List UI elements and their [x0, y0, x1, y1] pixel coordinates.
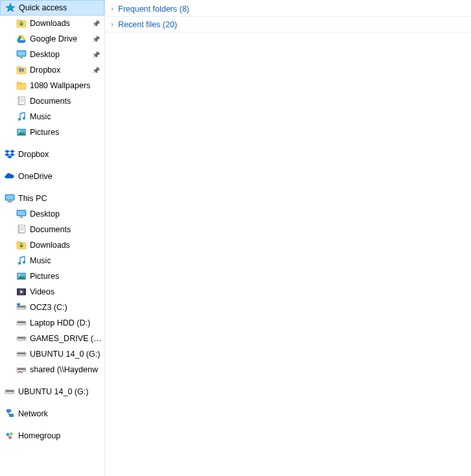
content-pane: › Frequent folders (8) › Recent files (2…: [105, 0, 471, 476]
svg-marker-31: [5, 150, 10, 153]
svg-rect-3: [17, 20, 21, 22]
nav-label: OCZ3 (C:): [30, 303, 102, 312]
nav-pc-item[interactable]: GAMES_DRIVE (E:): [0, 331, 104, 346]
nav-pc-item[interactable]: Pictures: [0, 268, 104, 284]
svg-rect-80: [6, 409, 11, 412]
chevron-right-icon: ›: [108, 21, 117, 28]
nav-pc-item[interactable]: Music: [0, 253, 104, 268]
svg-rect-37: [6, 195, 14, 200]
nav-ubuntu-drive[interactable]: UBUNTU 14_0 (G:): [0, 384, 104, 399]
disk-icon: [16, 333, 27, 344]
disk-icon: [16, 317, 27, 329]
nav-pc-item[interactable]: Downloads: [0, 237, 104, 253]
svg-rect-66: [18, 322, 25, 323]
svg-rect-21: [19, 97, 25, 104]
homegroup-icon: [4, 430, 16, 442]
netdrive-icon: [16, 364, 27, 375]
pictures-icon: [16, 126, 27, 138]
nav-qa-item[interactable]: Desktop📌: [0, 47, 104, 62]
svg-point-73: [24, 355, 25, 355]
svg-point-83: [10, 433, 12, 435]
nav-label: Laptop HDD (D:): [30, 318, 102, 327]
gdrive-icon: [16, 33, 27, 45]
nav-qa-item[interactable]: Google Drive📌: [0, 31, 104, 47]
nav-label: OneDrive: [18, 172, 102, 181]
svg-rect-69: [18, 337, 25, 339]
nav-label: Desktop: [30, 209, 102, 219]
nav-onedrive[interactable]: OneDrive: [0, 169, 104, 184]
nav-qa-item[interactable]: Documents: [0, 93, 104, 109]
nav-qa-item[interactable]: Downloads📌: [0, 16, 104, 31]
nav-pc-item[interactable]: Desktop: [0, 206, 104, 222]
onedrive-icon: [4, 171, 16, 182]
group-label: Frequent folders (8): [118, 5, 189, 14]
documents-icon: [16, 224, 27, 235]
disk-icon: [4, 386, 16, 398]
nav-label: Documents: [30, 97, 102, 106]
dropbox-icon: [4, 149, 16, 160]
nav-qa-item[interactable]: Music: [0, 109, 104, 125]
nav-pc-item[interactable]: Documents: [0, 222, 104, 237]
nav-label: This PC: [18, 194, 102, 203]
nav-homegroup[interactable]: Homegroup: [0, 428, 104, 444]
group-recent-files[interactable]: › Recent files (20): [105, 17, 471, 32]
svg-point-76: [24, 370, 25, 371]
nav-label: Google Drive: [30, 34, 91, 43]
pin-icon: 📌: [91, 36, 101, 43]
nav-label: Music: [30, 112, 102, 121]
nav-network[interactable]: Network: [0, 406, 104, 422]
nav-quick-access[interactable]: Quick access: [0, 0, 104, 16]
nav-pc-item[interactable]: UBUNTU 14_0 (G:): [0, 346, 104, 362]
pin-icon: 📌: [91, 20, 101, 27]
nav-pc-item[interactable]: shared (\\Haydenw: [0, 362, 104, 377]
music-icon: [16, 255, 27, 267]
group-frequent-folders[interactable]: › Frequent folders (8): [105, 1, 471, 17]
nav-qa-item[interactable]: 1080 Wallpapers: [0, 78, 104, 93]
svg-rect-10: [20, 57, 23, 58]
chevron-right-icon: ›: [108, 5, 117, 12]
svg-rect-11: [19, 58, 24, 58]
svg-rect-43: [19, 217, 24, 218]
svg-rect-59: [25, 289, 26, 295]
nav-pc-item[interactable]: Videos: [0, 284, 104, 300]
svg-point-82: [6, 433, 10, 436]
nav-label: Pictures: [30, 272, 102, 281]
svg-rect-72: [18, 353, 25, 354]
nav-label: Desktop: [30, 50, 91, 59]
dropbox-folder-icon: [16, 64, 27, 76]
svg-rect-39: [7, 202, 13, 203]
nav-qa-item[interactable]: Pictures: [0, 125, 104, 140]
nav-label: Quick access: [19, 3, 101, 12]
svg-marker-7: [17, 40, 26, 43]
quick-access-icon: [5, 2, 16, 14]
svg-point-84: [8, 436, 12, 439]
nav-label: Downloads: [30, 241, 102, 250]
svg-marker-32: [10, 150, 15, 153]
pictures-icon: [16, 270, 27, 282]
nav-label: Pictures: [30, 128, 102, 137]
disk-icon: [16, 348, 27, 360]
svg-rect-62: [18, 306, 25, 307]
svg-point-64: [24, 308, 25, 309]
svg-rect-45: [19, 225, 25, 233]
desktop-icon: [16, 208, 27, 220]
nav-qa-item[interactable]: Dropbox📌: [0, 62, 104, 78]
documents-icon: [16, 95, 27, 107]
nav-pc-item[interactable]: OCZ3 (C:): [0, 300, 104, 315]
folder-icon: [16, 80, 27, 91]
this-pc-icon: [4, 193, 16, 204]
nav-label: 1080 Wallpapers: [30, 81, 102, 90]
nav-label: Downloads: [30, 19, 91, 28]
desktop-icon: [16, 49, 27, 60]
svg-point-26: [23, 117, 25, 120]
svg-rect-41: [18, 211, 25, 215]
pin-icon: 📌: [91, 67, 101, 74]
videos-icon: [16, 286, 27, 298]
svg-point-55: [19, 274, 21, 276]
network-icon: [4, 408, 16, 420]
svg-rect-19: [17, 82, 21, 84]
nav-this-pc[interactable]: This PC: [0, 191, 104, 206]
svg-rect-42: [20, 217, 23, 217]
nav-dropbox[interactable]: Dropbox: [0, 147, 104, 162]
nav-pc-item[interactable]: Laptop HDD (D:): [0, 315, 104, 331]
